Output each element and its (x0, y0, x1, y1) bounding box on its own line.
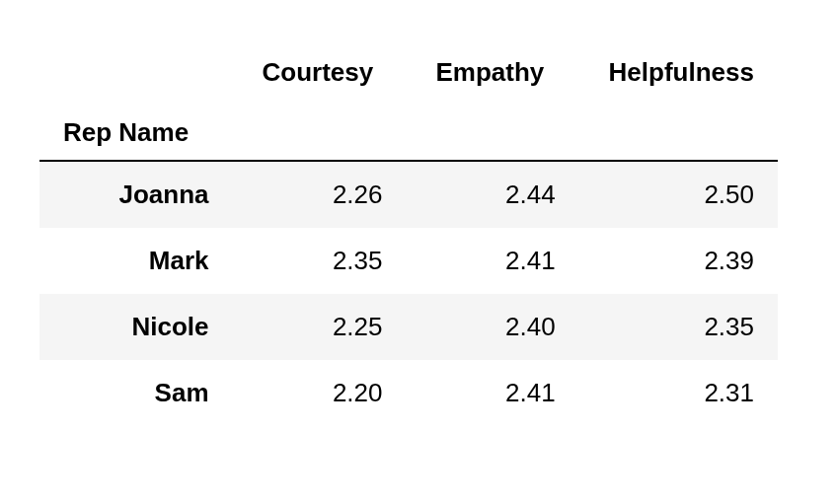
row-name: Mark (39, 228, 233, 294)
table-row: Sam 2.20 2.41 2.31 (39, 360, 778, 426)
column-header: Empathy (407, 39, 579, 106)
blank-corner (39, 39, 233, 106)
data-cell: 2.25 (233, 294, 407, 360)
data-cell: 2.41 (407, 228, 579, 294)
pivot-table: Courtesy Empathy Helpfulness Rep Name Jo… (0, 0, 837, 466)
blank-cell (233, 106, 407, 161)
row-name: Nicole (39, 294, 233, 360)
data-cell: 2.35 (579, 294, 778, 360)
blank-cell (407, 106, 579, 161)
table-row: Nicole 2.25 2.40 2.35 (39, 294, 778, 360)
data-cell: 2.41 (407, 360, 579, 426)
table-row: Mark 2.35 2.41 2.39 (39, 228, 778, 294)
data-cell: 2.39 (579, 228, 778, 294)
data-cell: 2.40 (407, 294, 579, 360)
row-name: Sam (39, 360, 233, 426)
data-cell: 2.26 (233, 161, 407, 228)
data-cell: 2.35 (233, 228, 407, 294)
blank-cell (579, 106, 778, 161)
row-name: Joanna (39, 161, 233, 228)
column-header: Helpfulness (579, 39, 778, 106)
data-cell: 2.44 (407, 161, 579, 228)
data-table: Courtesy Empathy Helpfulness Rep Name Jo… (39, 39, 778, 426)
data-cell: 2.20 (233, 360, 407, 426)
column-header: Courtesy (233, 39, 407, 106)
data-cell: 2.50 (579, 161, 778, 228)
table-row: Joanna 2.26 2.44 2.50 (39, 161, 778, 228)
row-header-label: Rep Name (39, 106, 233, 161)
data-cell: 2.31 (579, 360, 778, 426)
column-header-row: Courtesy Empathy Helpfulness (39, 39, 778, 106)
row-header-label-row: Rep Name (39, 106, 778, 161)
